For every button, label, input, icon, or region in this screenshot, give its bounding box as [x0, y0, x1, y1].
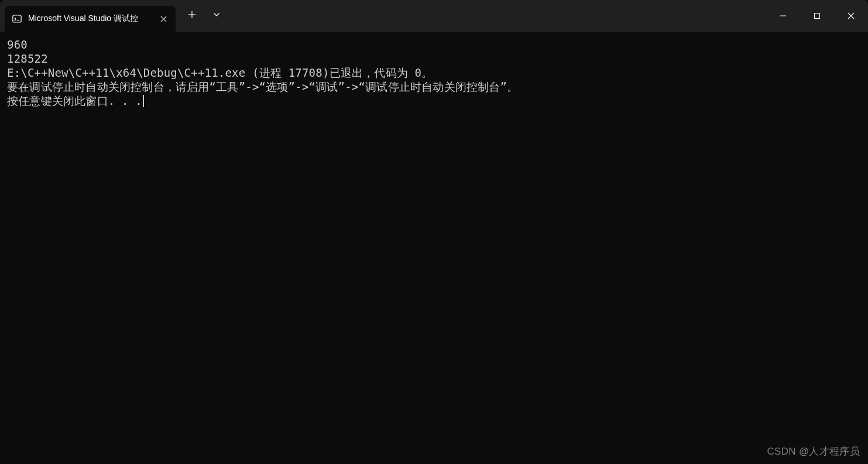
tab-title: Microsoft Visual Studio 调试控 [28, 13, 152, 24]
maximize-button[interactable] [800, 0, 834, 32]
console-line: 要在调试停止时自动关闭控制台，请启用“工具”->“选项”->“调试”->“调试停… [7, 80, 861, 94]
text-cursor [143, 95, 144, 107]
svg-rect-7 [815, 13, 820, 19]
svg-rect-0 [13, 15, 21, 22]
close-window-button[interactable] [834, 0, 868, 32]
window-controls [766, 0, 868, 32]
titlebar: Microsoft Visual Studio 调试控 [0, 0, 868, 32]
titlebar-drag-area[interactable] [227, 0, 766, 32]
watermark: CSDN @人才程序员 [767, 445, 860, 458]
tab-strip: Microsoft Visual Studio 调试控 [0, 0, 176, 32]
console-output[interactable]: 960 128522 E:\C++New\C++11\x64\Debug\C++… [0, 32, 868, 114]
console-line: E:\C++New\C++11\x64\Debug\C++11.exe (进程 … [7, 66, 861, 80]
close-tab-button[interactable] [158, 13, 169, 24]
console-prompt-text: 按任意键关闭此窗口. . . [7, 94, 142, 107]
minimize-button[interactable] [766, 0, 800, 32]
tab-dropdown-button[interactable] [206, 5, 227, 25]
console-line: 按任意键关闭此窗口. . . [7, 94, 144, 108]
console-line: 960 [7, 37, 861, 52]
terminal-icon [12, 13, 22, 24]
tab-active[interactable]: Microsoft Visual Studio 调试控 [5, 6, 176, 32]
console-line: 128522 [7, 52, 861, 66]
new-tab-button[interactable] [181, 5, 203, 25]
